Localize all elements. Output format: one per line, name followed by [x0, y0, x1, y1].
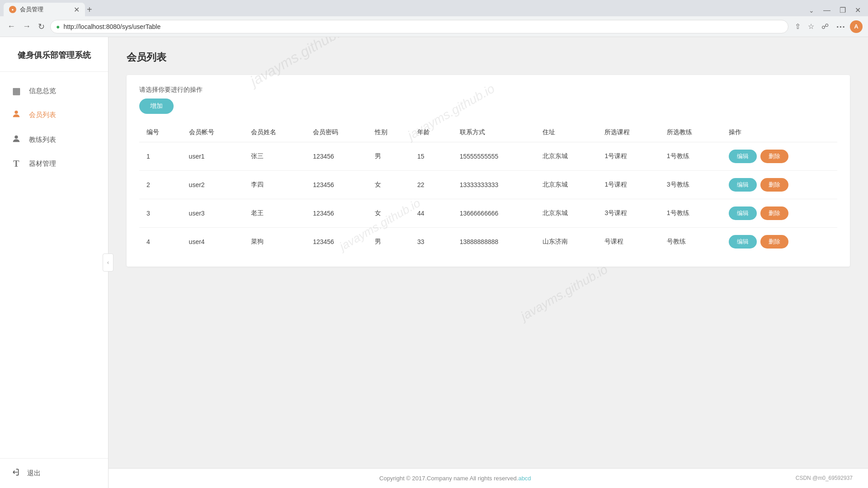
- cell-5: 22: [410, 171, 453, 199]
- delete-button-3[interactable]: 删除: [760, 235, 788, 249]
- cell-0: 3: [139, 199, 182, 228]
- cell-1: user2: [182, 171, 244, 199]
- sidebar-item-info[interactable]: ▦ 信息总览: [0, 79, 108, 103]
- cell-0: 1: [139, 142, 182, 171]
- sidebar-item-members[interactable]: 会员列表: [0, 103, 108, 127]
- col-header-trainer: 所选教练: [660, 123, 722, 142]
- table-header-row: 编号 会员帐号 会员姓名 会员密码 性别 年龄 联系方式 住址 所选课程 所选教…: [139, 123, 837, 142]
- logout-icon: [11, 468, 20, 479]
- nav-tools: ⇧ ☆ ☍ ⋯ A: [792, 19, 863, 34]
- cell-7: 北京东城: [535, 171, 597, 199]
- table-row: 2user2李四123456女2213333333333北京东城1号课程3号教练…: [139, 171, 837, 199]
- cell-2: 张三: [244, 142, 306, 171]
- cell-3: 123456: [306, 142, 368, 171]
- cell-1: user1: [182, 142, 244, 171]
- active-tab[interactable]: 会员管理 ✕: [4, 3, 85, 16]
- delete-button-2[interactable]: 删除: [760, 206, 788, 220]
- cell-4: 男: [368, 228, 410, 256]
- secure-icon: ●: [56, 23, 60, 30]
- cell-3: 123456: [306, 199, 368, 228]
- cell-4: 女: [368, 171, 410, 199]
- cell-5: 15: [410, 142, 453, 171]
- info-icon: ▦: [11, 85, 22, 96]
- extensions-button[interactable]: ☍: [819, 20, 831, 33]
- share-button[interactable]: ⇧: [792, 20, 803, 33]
- maximize-button[interactable]: ❐: [836, 4, 849, 16]
- table-row: 1user1张三123456男1515555555555北京东城1号课程1号教练…: [139, 142, 837, 171]
- sidebar-item-equipment[interactable]: T 器材管理: [0, 152, 108, 175]
- data-table: 编号 会员帐号 会员姓名 会员密码 性别 年龄 联系方式 住址 所选课程 所选教…: [139, 123, 837, 256]
- footer-right: CSDN @m0_69592937: [796, 475, 862, 481]
- cell-0: 4: [139, 228, 182, 256]
- browser-menu-button[interactable]: ⋯: [833, 19, 848, 34]
- tab-list-button[interactable]: ⌄: [805, 5, 818, 16]
- sidebar-logout[interactable]: 退出: [0, 458, 108, 488]
- main-content: javayms.github.io javayms.github.io java…: [108, 37, 868, 468]
- table-row: 4user4菜狗123456男3313888888888山东济南号课程号教练编辑…: [139, 228, 837, 256]
- col-header-account: 会员帐号: [182, 123, 244, 142]
- tab-favicon: [9, 6, 16, 13]
- nav-bar: ← → ↻ ● http://localhost:8080/sys/userTa…: [0, 16, 868, 37]
- col-header-name: 会员姓名: [244, 123, 306, 142]
- footer-link[interactable]: abcd: [518, 475, 531, 482]
- minimize-button[interactable]: —: [820, 5, 834, 16]
- cell-action: 编辑删除: [722, 228, 837, 256]
- sidebar: 健身俱乐部管理系统 ▦ 信息总览 会员列表: [0, 37, 108, 488]
- sidebar-item-trainers[interactable]: 教练列表: [0, 127, 108, 152]
- cell-7: 北京东城: [535, 142, 597, 171]
- cell-9: 1号教练: [660, 199, 722, 228]
- equipment-icon: T: [11, 159, 22, 169]
- col-header-password: 会员密码: [306, 123, 368, 142]
- new-tab-button[interactable]: +: [87, 3, 92, 16]
- table-body: 1user1张三123456男1515555555555北京东城1号课程1号教练…: [139, 142, 837, 256]
- cell-7: 北京东城: [535, 199, 597, 228]
- forward-button[interactable]: →: [21, 20, 33, 33]
- col-header-course: 所选课程: [597, 123, 659, 142]
- cell-6: 15555555555: [453, 142, 536, 171]
- cell-2: 菜狗: [244, 228, 306, 256]
- sidebar-item-members-label: 会员列表: [29, 111, 56, 119]
- col-header-phone: 联系方式: [453, 123, 536, 142]
- add-button[interactable]: 增加: [139, 99, 174, 114]
- cell-action: 编辑删除: [722, 171, 837, 199]
- svg-point-0: [14, 111, 18, 114]
- col-header-gender: 性别: [368, 123, 410, 142]
- app-layout: 健身俱乐部管理系统 ▦ 信息总览 会员列表: [0, 37, 868, 488]
- bookmark-button[interactable]: ☆: [805, 20, 817, 33]
- cell-2: 李四: [244, 171, 306, 199]
- url-text: http://localhost:8080/sys/userTable: [63, 23, 783, 30]
- cell-8: 号课程: [597, 228, 659, 256]
- edit-button-0[interactable]: 编辑: [729, 150, 757, 163]
- edit-button-3[interactable]: 编辑: [729, 235, 757, 249]
- cell-1: user4: [182, 228, 244, 256]
- tab-bar-controls: ⌄ — ❐ ✕: [805, 4, 864, 16]
- cell-8: 1号课程: [597, 171, 659, 199]
- edit-button-2[interactable]: 编辑: [729, 206, 757, 220]
- sidebar-nav: ▦ 信息总览 会员列表 教练列表: [0, 72, 108, 458]
- cell-6: 13888888888: [453, 228, 536, 256]
- col-header-id: 编号: [139, 123, 182, 142]
- cell-9: 号教练: [660, 228, 722, 256]
- address-bar[interactable]: ● http://localhost:8080/sys/userTable: [50, 20, 788, 33]
- cell-4: 男: [368, 142, 410, 171]
- tab-close-button[interactable]: ✕: [74, 5, 80, 14]
- edit-button-1[interactable]: 编辑: [729, 178, 757, 192]
- cell-9: 1号教练: [660, 142, 722, 171]
- cell-3: 123456: [306, 228, 368, 256]
- col-header-age: 年龄: [410, 123, 453, 142]
- close-button[interactable]: ✕: [851, 4, 864, 16]
- cell-action: 编辑删除: [722, 142, 837, 171]
- cell-5: 44: [410, 199, 453, 228]
- svg-point-1: [14, 136, 18, 139]
- trainers-icon: [11, 134, 22, 146]
- sidebar-title: 健身俱乐部管理系统: [0, 37, 108, 72]
- tab-title: 会员管理: [20, 5, 43, 14]
- delete-button-0[interactable]: 删除: [760, 150, 788, 163]
- reload-button[interactable]: ↻: [36, 20, 47, 33]
- profile-button[interactable]: A: [850, 20, 863, 33]
- table-card: 请选择你要进行的操作 增加 编号 会员帐号 会员姓名 会员密码 性别 年龄: [127, 75, 850, 267]
- back-button[interactable]: ←: [5, 20, 17, 33]
- logout-label: 退出: [27, 469, 41, 478]
- delete-button-1[interactable]: 删除: [760, 178, 788, 192]
- cell-9: 3号教练: [660, 171, 722, 199]
